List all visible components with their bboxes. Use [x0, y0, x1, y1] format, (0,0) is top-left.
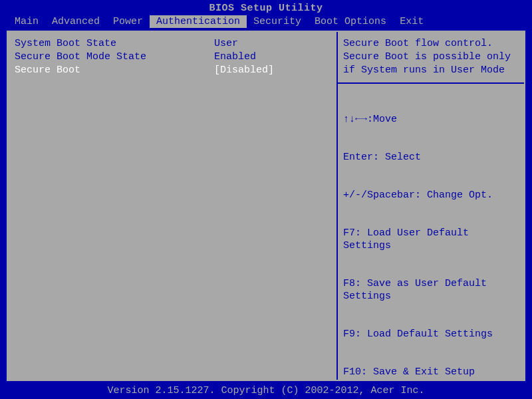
- setting-label: System Boot State: [15, 37, 214, 51]
- tab-advanced[interactable]: Advanced: [45, 15, 106, 28]
- bios-screen: BIOS Setup Utility Main Advanced Power A…: [0, 0, 532, 399]
- hint-select: Enter: Select: [343, 151, 519, 164]
- main-panels: System Boot State User Secure Boot Mode …: [7, 31, 525, 381]
- tab-exit[interactable]: Exit: [393, 15, 430, 28]
- setting-system-boot-state: System Boot State User: [15, 37, 330, 51]
- tab-main[interactable]: Main: [8, 15, 45, 28]
- key-hints: ↑↓←→:Move Enter: Select +/-/Spacebar: Ch…: [343, 88, 519, 399]
- hint-move: ↑↓←→:Move: [343, 113, 519, 126]
- hint-change-opt: +/-/Spacebar: Change Opt.: [343, 189, 519, 201]
- tab-authentication[interactable]: Authentication: [150, 15, 247, 28]
- help-description: Secure Boot flow control. Secure Boot is…: [343, 37, 519, 77]
- setting-secure-boot-mode-state: Secure Boot Mode State Enabled: [15, 51, 330, 64]
- setting-label: Secure Boot: [15, 64, 214, 77]
- setting-value: User: [214, 37, 238, 51]
- settings-panel: System Boot State User Secure Boot Mode …: [8, 32, 338, 380]
- tab-bar: Main Advanced Power Authentication Secur…: [0, 15, 532, 31]
- tab-power[interactable]: Power: [106, 15, 150, 28]
- utility-title: BIOS Setup Utility: [0, 0, 532, 15]
- hint-f8: F8: Save as User Default Settings: [343, 277, 519, 303]
- hint-f9: F9: Load Default Settings: [343, 328, 519, 340]
- tab-boot-options[interactable]: Boot Options: [308, 15, 393, 28]
- footer-version: Version 2.15.1227. Copyright (C) 2002-20…: [0, 384, 532, 399]
- setting-secure-boot[interactable]: Secure Boot [Disabled]: [15, 64, 330, 77]
- help-divider: [338, 82, 524, 84]
- setting-value: Enabled: [214, 51, 256, 64]
- setting-label: Secure Boot Mode State: [15, 51, 214, 64]
- tab-security[interactable]: Security: [247, 15, 308, 28]
- hint-f7: F7: Load User Default Settings: [343, 227, 519, 252]
- help-panel: Secure Boot flow control. Secure Boot is…: [338, 32, 524, 380]
- setting-value[interactable]: [Disabled]: [214, 64, 274, 77]
- hint-f10: F10: Save & Exit Setup: [343, 366, 519, 378]
